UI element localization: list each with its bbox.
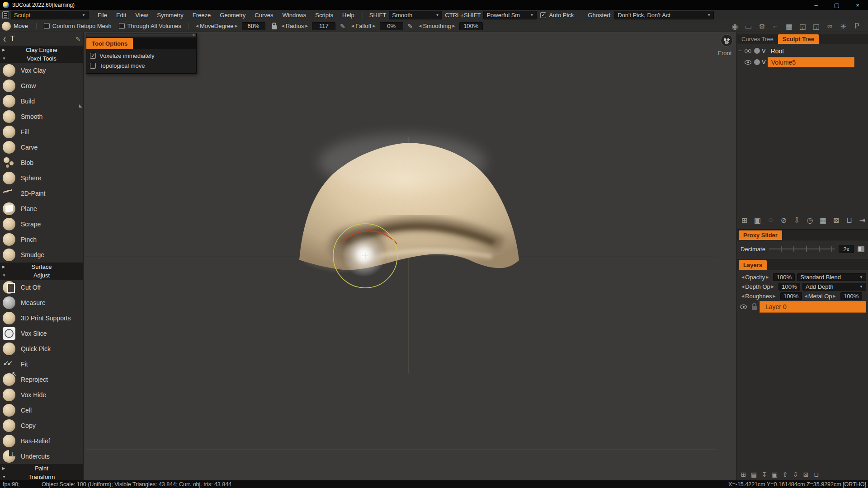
radius-lock-icon[interactable] (272, 25, 277, 29)
spin-right-icon[interactable]: ▶ (772, 294, 776, 298)
spin-left-icon[interactable]: ◀ (741, 294, 745, 298)
menu-item[interactable]: Scripts (311, 10, 338, 20)
toolbar-checkbox[interactable]: Conform Retopo Mesh (44, 23, 112, 29)
spin-right-icon[interactable]: ▶ (832, 294, 837, 298)
edit-pen-icon[interactable]: ✎ (75, 36, 80, 42)
sidebar-item[interactable]: Reproject (0, 372, 83, 387)
retopo-icon[interactable]: ⌐ (771, 22, 780, 30)
menu-item[interactable]: Edit (112, 10, 131, 20)
add-volume-icon[interactable]: ⊞ (740, 216, 749, 225)
trash-layer-icon[interactable]: ⊔ (812, 471, 820, 478)
duplicate-layer-icon[interactable]: ▣ (771, 471, 778, 478)
layer-lock-icon[interactable] (752, 306, 757, 310)
spin-right-icon[interactable]: ▶ (770, 285, 775, 289)
export-volume-icon[interactable]: ⇥ (858, 216, 867, 225)
proxy-page-icon[interactable] (858, 246, 864, 252)
shift-brush-select[interactable]: Smooth ▼ (389, 11, 442, 19)
movedegree-spinner[interactable]: ◀ MoveDegree ▶ 68% (194, 22, 265, 30)
layer-visibility-eye-icon[interactable] (740, 305, 747, 309)
menu-item[interactable]: Freeze (188, 10, 215, 20)
spin-left-icon[interactable]: ◀ (350, 24, 355, 28)
spin-left-icon[interactable]: ◀ (417, 24, 423, 28)
radius-spinner[interactable]: ◀ Radius ▶ 117 (280, 22, 336, 30)
layers-tab[interactable]: Layers (739, 260, 767, 270)
spin-left-icon[interactable]: ◀ (741, 285, 745, 289)
sidebar-item[interactable]: Sphere (0, 170, 83, 186)
sidebar-item[interactable]: Undercuts (0, 449, 83, 464)
minimize-button[interactable]: – (806, 0, 826, 10)
sidebar-item[interactable]: 3D Print Supports (0, 310, 83, 326)
sidebar-item[interactable]: Scrape (0, 216, 83, 232)
sidebar-item[interactable]: ▼ Adjust (0, 271, 83, 280)
metal-value[interactable]: 100% (840, 292, 862, 300)
decimate-value[interactable]: 2x (839, 245, 854, 253)
scroll-down-icon[interactable]: ▼ (40, 476, 43, 480)
sidebar-item[interactable]: Vox Hide (0, 387, 83, 403)
sidebar-item[interactable]: Copy (0, 418, 83, 433)
ghost-volume-icon[interactable]: ◌ (766, 216, 775, 225)
radius-value[interactable]: 117 (312, 22, 335, 30)
hide-volume-icon[interactable]: ⊘ (779, 216, 788, 225)
toolbar-checkbox[interactable]: Through All Volumes (119, 23, 181, 29)
bake-icon[interactable]: ◱ (811, 22, 821, 31)
sculpt-tree-row[interactable]: V Volume5 (737, 56, 868, 68)
close-icon[interactable]: × (192, 33, 195, 38)
sidebar-item[interactable]: Fit (0, 357, 83, 372)
depth-value[interactable]: 100% (778, 283, 800, 291)
smoothing-pen-icon[interactable]: ✎ (408, 23, 413, 30)
roughness-value[interactable]: 100% (780, 292, 802, 300)
falloff-curve-icon[interactable]: ✎ (340, 23, 345, 30)
delete-volume-icon[interactable]: ⊔ (844, 216, 854, 225)
add-layer-icon[interactable]: ⊞ (740, 471, 747, 478)
layer-row[interactable]: Layer 0 (737, 300, 868, 313)
opacity-spinner[interactable]: ◀ Opacity ▶ (741, 274, 769, 281)
viewport-3d[interactable] (84, 32, 736, 480)
spin-right-icon[interactable]: ▶ (371, 24, 377, 28)
grid-volume-icon[interactable]: ▦ (818, 216, 828, 225)
volume-sphere-icon[interactable] (754, 59, 760, 65)
falloff-value[interactable]: 0% (380, 22, 403, 30)
room-selector[interactable]: Sculpt ▼ (11, 11, 89, 19)
opacity-value[interactable]: 100% (773, 273, 795, 281)
sidebar-item[interactable]: Cut Off (0, 280, 83, 295)
link-icon[interactable]: ∞ (825, 22, 835, 30)
panel-tab[interactable]: Sculpt Tree (778, 34, 819, 44)
tool-option-checkbox[interactable]: ✓ Voxelize immediately (90, 52, 193, 59)
light-icon[interactable]: ☀ (839, 22, 848, 31)
depth-blend-select[interactable]: Add Depth ▼ (802, 283, 866, 291)
visibility-eye-icon[interactable] (745, 60, 751, 65)
sidebar-item[interactable]: Grow (0, 78, 83, 94)
panel-drag-handle[interactable]: × (86, 33, 196, 38)
sidebar-item[interactable]: ▶ Clay Engine (0, 46, 83, 54)
add-folder-icon[interactable]: ▤ (750, 471, 758, 478)
menu-item[interactable]: Geometry (215, 10, 250, 20)
import-volume-icon[interactable]: ⇩ (792, 216, 802, 225)
sidebar-item[interactable]: Measure (0, 295, 83, 310)
proxy-slider-tab[interactable]: Proxy Slider (739, 230, 782, 240)
spin-right-icon[interactable]: ▶ (451, 24, 457, 28)
move-down-icon[interactable]: ⇩ (792, 471, 799, 478)
clear-layer-icon[interactable]: ⊠ (802, 471, 810, 478)
smoothing-spinner[interactable]: ◀ Smoothing ▶ 100% (417, 22, 482, 30)
sidebar-item[interactable]: Plane (0, 201, 83, 216)
sidebar-item[interactable]: Cell (0, 403, 83, 418)
spin-left-icon[interactable]: ◀ (741, 275, 745, 279)
menu-item[interactable]: Curves (250, 10, 278, 20)
sidebar-item[interactable]: ▶ Paint (0, 464, 83, 473)
clear-volume-icon[interactable]: ⊠ (831, 216, 841, 225)
sidebar-item[interactable]: Smudge (0, 247, 83, 263)
maximize-button[interactable]: ▢ (826, 0, 847, 10)
menu-item[interactable]: Windows (278, 10, 311, 20)
sculpt-tree-row[interactable]: − V Root (737, 45, 868, 56)
volume-name[interactable]: Volume5 (768, 57, 854, 67)
decimate-slider[interactable] (769, 246, 835, 252)
pour-icon[interactable]: ◲ (798, 22, 807, 31)
sidebar-item[interactable]: 2D-Paint (0, 186, 83, 201)
collapse-icon[interactable]: − (737, 47, 743, 54)
info-volume-icon[interactable]: ◷ (805, 216, 815, 225)
falloff-spinner[interactable]: ◀ Falloff ▶ 0% (350, 22, 403, 30)
move-up-icon[interactable]: ⇧ (781, 471, 789, 478)
sidebar-item[interactable]: ▼ Voxel Tools (0, 54, 83, 63)
sidebar-item[interactable]: Build (0, 94, 83, 109)
tool-option-checkbox[interactable]: Topological move (90, 62, 193, 69)
